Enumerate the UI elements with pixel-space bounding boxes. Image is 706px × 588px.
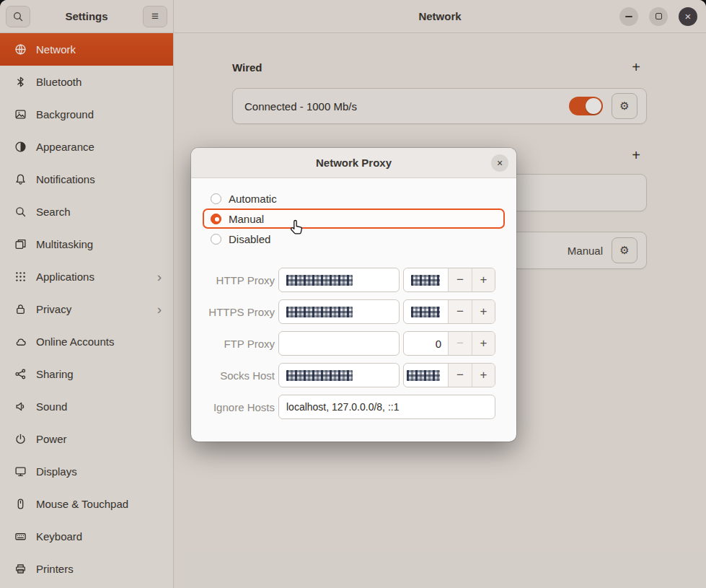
radio-checked-icon[interactable]: [211, 214, 221, 224]
decrement-button[interactable]: −: [449, 268, 472, 291]
https-proxy-row: HTTPS Proxy − +: [203, 299, 505, 324]
close-icon: ×: [497, 157, 503, 169]
http-proxy-label: HTTP Proxy: [203, 274, 275, 286]
radio-icon[interactable]: [211, 234, 221, 245]
proxy-option-automatic[interactable]: Automatic: [203, 188, 505, 209]
decrement-button[interactable]: −: [449, 300, 472, 323]
proxy-option-manual[interactable]: Manual: [203, 209, 505, 229]
socks-host-row: Socks Host − +: [203, 363, 505, 387]
redacted-value: [286, 307, 353, 317]
settings-window: Settings ≡ Network × Network Bluetooth B…: [0, 0, 706, 588]
increment-button[interactable]: +: [472, 300, 495, 323]
decrement-button[interactable]: −: [449, 364, 472, 387]
http-port-spinner: − +: [403, 268, 495, 292]
http-port-value[interactable]: [404, 268, 449, 291]
redacted-value: [286, 275, 353, 286]
ftp-proxy-row: FTP Proxy 0 − +: [203, 331, 505, 356]
radio-icon[interactable]: [211, 193, 221, 204]
socks-port-value[interactable]: [404, 364, 449, 387]
increment-button[interactable]: +: [472, 268, 495, 291]
ignore-hosts-input[interactable]: [278, 395, 495, 419]
increment-button[interactable]: +: [472, 364, 495, 387]
redacted-value: [411, 307, 440, 317]
plus-icon: +: [480, 368, 487, 382]
ftp-port-value[interactable]: 0: [404, 332, 449, 355]
minus-icon: −: [456, 273, 464, 287]
radio-label: Manual: [229, 213, 264, 225]
socks-port-spinner: − +: [403, 363, 495, 387]
redacted-value: [407, 370, 440, 381]
https-port-value[interactable]: [404, 300, 449, 323]
network-proxy-dialog: Network Proxy × Automatic Manual Disable…: [191, 148, 516, 442]
minus-icon: −: [456, 304, 464, 319]
ftp-port-spinner: 0 − +: [403, 331, 495, 356]
ftp-proxy-input[interactable]: [278, 331, 400, 356]
minus-icon: −: [456, 368, 464, 382]
dialog-close-button[interactable]: ×: [491, 154, 508, 172]
dialog-body: Automatic Manual Disabled HTTP Proxy − +: [191, 178, 516, 419]
minus-icon: −: [456, 336, 464, 351]
radio-label: Disabled: [229, 233, 270, 245]
http-proxy-row: HTTP Proxy − +: [203, 268, 505, 292]
plus-icon: +: [480, 304, 487, 319]
plus-icon: +: [480, 336, 487, 351]
increment-button[interactable]: +: [472, 332, 495, 355]
proxy-option-disabled[interactable]: Disabled: [203, 229, 505, 249]
proxy-form: HTTP Proxy − + HTTPS Proxy − +: [203, 268, 505, 419]
redacted-value: [286, 370, 353, 381]
radio-label: Automatic: [229, 193, 277, 205]
https-port-spinner: − +: [403, 299, 495, 324]
ftp-proxy-label: FTP Proxy: [203, 338, 275, 350]
redacted-value: [411, 275, 440, 286]
plus-icon: +: [480, 273, 487, 287]
dialog-title: Network Proxy: [316, 157, 392, 169]
https-proxy-input[interactable]: [278, 299, 400, 324]
http-proxy-input[interactable]: [278, 268, 400, 292]
https-proxy-label: HTTPS Proxy: [203, 306, 275, 318]
dialog-headerbar: Network Proxy ×: [191, 148, 516, 178]
socks-host-label: Socks Host: [203, 369, 275, 382]
decrement-button[interactable]: −: [449, 332, 472, 355]
cursor-pointer-icon: [289, 219, 305, 240]
ignore-hosts-label: Ignore Hosts: [203, 401, 275, 413]
ignore-hosts-row: Ignore Hosts: [203, 395, 505, 419]
socks-host-input[interactable]: [278, 363, 400, 387]
